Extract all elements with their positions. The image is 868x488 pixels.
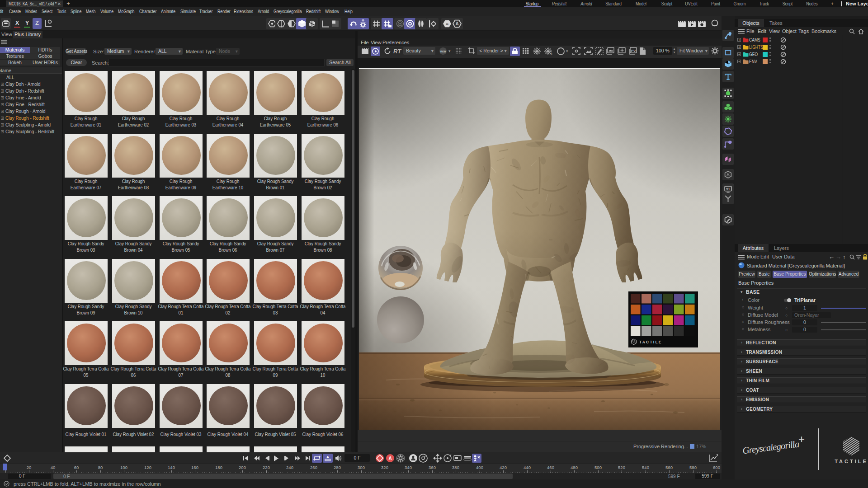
svg-text:51: 51 xyxy=(726,187,730,191)
svg-text:A: A xyxy=(326,455,329,459)
svg-text:A: A xyxy=(455,21,458,26)
svg-text:PV: PV xyxy=(631,49,636,53)
svg-text:TACTILE: TACTILE xyxy=(639,340,662,344)
svg-text:∞: ∞ xyxy=(446,22,449,26)
svg-text:G: G xyxy=(551,52,552,56)
svg-text:RGB: RGB xyxy=(440,50,446,53)
svg-text:A: A xyxy=(388,456,392,461)
